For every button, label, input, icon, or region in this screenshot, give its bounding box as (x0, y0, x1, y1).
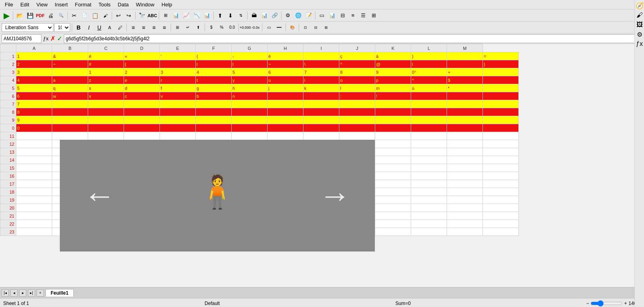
cell-r22-c10[interactable] (375, 228, 411, 236)
cell-r2-c9[interactable]: 8 (339, 68, 375, 76)
cell-r17-c11[interactable] (411, 188, 447, 196)
cell-r10-c5[interactable] (196, 132, 232, 140)
cell-r2-c12[interactable]: + (447, 68, 483, 76)
cell-r7-c11[interactable] (411, 108, 447, 116)
cell-r7-c7[interactable] (268, 108, 303, 116)
cols-button[interactable]: ≡ (348, 11, 358, 20)
cell-r6-c12[interactable] (447, 100, 483, 108)
cell-r0-c12[interactable] (447, 52, 483, 60)
cell-r4-c13[interactable] (483, 84, 519, 92)
cell-r10-c12[interactable] (447, 132, 483, 140)
wrap-button[interactable]: ↵ (183, 23, 193, 32)
dec-inc-button[interactable]: +0.000 (240, 23, 250, 32)
cell-reference-box[interactable] (2, 34, 41, 43)
cell-r7-c6[interactable] (232, 108, 268, 116)
cell-r5-c7[interactable]: . (268, 92, 303, 100)
copy-button[interactable]: 📄 (80, 11, 89, 20)
cell-r7-c1[interactable] (52, 108, 88, 116)
row-header-6[interactable]: 7 (0, 100, 16, 108)
cell-r12-c11[interactable] (411, 148, 447, 156)
tab-last-button[interactable]: ▸| (28, 289, 35, 297)
col-header-J[interactable]: J (339, 44, 375, 52)
cell-r5-c12[interactable] (447, 92, 483, 100)
row-header-15[interactable]: 16 (0, 172, 16, 180)
cell-r5-c4[interactable]: v (160, 92, 196, 100)
cell-r5-c1[interactable]: w (52, 92, 88, 100)
col-header-E[interactable]: E (160, 44, 196, 52)
cell-r4-c9[interactable]: l (339, 84, 375, 92)
freeze-both-btn[interactable]: ⊞ (321, 23, 331, 32)
sheet-tab-feuille1[interactable]: Feuille1 (45, 289, 74, 297)
cancel-formula-icon[interactable]: ✗ (50, 35, 55, 42)
tab-next-button[interactable]: ▸ (19, 289, 26, 297)
cell-r9-c13[interactable] (483, 124, 519, 132)
sort-asc-button[interactable]: ⬆ (215, 11, 225, 20)
cell-r20-c12[interactable] (447, 212, 483, 220)
zoom-out-icon[interactable]: − (586, 301, 589, 306)
cell-r9-c7[interactable] (268, 124, 303, 132)
cell-r12-c12[interactable] (447, 148, 483, 156)
cell-r7-c13[interactable] (483, 108, 519, 116)
rows-button[interactable]: ☰ (358, 11, 368, 20)
row-header-4[interactable]: 5 (0, 84, 16, 92)
cell-r3-c0[interactable]: 4 (16, 76, 52, 84)
cell-r9-c8[interactable] (303, 124, 339, 132)
paste-button[interactable]: 📋 (90, 11, 100, 20)
tab-prev-button[interactable]: ◂ (10, 289, 18, 297)
cell-r3-c3[interactable]: e (124, 76, 160, 84)
cell-r4-c4[interactable]: f (160, 84, 196, 92)
cell-r14-c0[interactable] (16, 164, 52, 172)
cell-r4-c6[interactable]: h (232, 84, 268, 92)
cell-r11-c13[interactable] (483, 140, 519, 148)
cell-r7-c3[interactable] (124, 108, 160, 116)
cell-r5-c9[interactable]: ; (339, 92, 375, 100)
print-preview-button[interactable]: 🔍 (56, 11, 66, 20)
find-button[interactable]: 🔭 (137, 11, 147, 20)
cell-r5-c8[interactable] (303, 92, 339, 100)
underline-button[interactable]: U (95, 23, 104, 32)
cell-r1-c8[interactable]: \ (303, 60, 339, 68)
col-header-G[interactable]: G (232, 44, 268, 52)
cell-r2-c4[interactable]: 3 (160, 68, 196, 76)
cell-r7-c4[interactable] (160, 108, 196, 116)
menu-window[interactable]: Window (133, 1, 158, 8)
formula-input[interactable] (64, 34, 636, 43)
sidebar-btn-5[interactable]: ƒx (636, 40, 644, 48)
row-header-2[interactable]: 3 (0, 68, 16, 76)
cell-r14-c13[interactable] (483, 164, 519, 172)
cell-r12-c10[interactable] (375, 148, 411, 156)
cell-r8-c11[interactable] (411, 116, 447, 124)
cell-r4-c3[interactable]: d (124, 84, 160, 92)
col-header-B[interactable]: B (52, 44, 88, 52)
row-header-18[interactable]: 19 (0, 196, 16, 204)
cell-r9-c5[interactable] (196, 124, 232, 132)
cell-r3-c11[interactable]: ^ (411, 76, 447, 84)
cell-r7-c9[interactable] (339, 108, 375, 116)
cell-r6-c4[interactable] (160, 100, 196, 108)
cell-r5-c0[interactable]: 6 (16, 92, 52, 100)
cell-r1-c0[interactable]: 2 (16, 60, 52, 68)
cell-r0-c4[interactable]: ' (160, 52, 196, 60)
cell-r13-c0[interactable] (16, 156, 52, 164)
cell-r17-c0[interactable] (16, 188, 52, 196)
row-header-1[interactable]: 2 (0, 60, 16, 68)
row-header-9[interactable]: 0 (0, 124, 16, 132)
cell-r13-c12[interactable] (447, 156, 483, 164)
cell-r8-c7[interactable] (268, 116, 303, 124)
row-header-20[interactable]: 21 (0, 212, 16, 220)
cell-r11-c11[interactable] (411, 140, 447, 148)
cell-r21-c13[interactable] (483, 220, 519, 228)
cell-r15-c0[interactable] (16, 172, 52, 180)
font-size-select[interactable]: 10 (54, 23, 70, 32)
cell-r4-c11[interactable]: ù (411, 84, 447, 92)
cell-r9-c1[interactable] (52, 124, 88, 132)
freeze-button[interactable]: ⊞ (369, 11, 378, 20)
cell-r21-c12[interactable] (447, 220, 483, 228)
cell-r1-c2[interactable]: # (88, 60, 124, 68)
sort-desc-button[interactable]: ⬇ (226, 11, 235, 20)
cell-r20-c0[interactable] (16, 212, 52, 220)
sidebar-btn-3[interactable]: 🖼 (636, 21, 644, 29)
cell-r18-c10[interactable] (375, 196, 411, 204)
insert-chart-button[interactable]: 📊 (171, 11, 181, 20)
freeze-col-btn[interactable]: ⊟ (311, 23, 321, 32)
